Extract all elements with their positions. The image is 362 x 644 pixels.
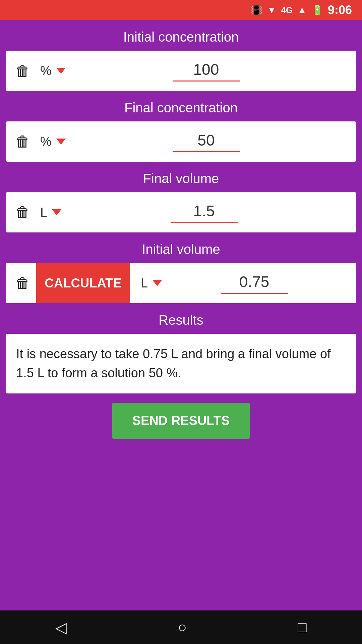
wifi-icon: ▼ [267,5,277,15]
delete-initial-concentration-icon[interactable]: 🗑 [15,62,30,79]
final-volume-input[interactable] [171,202,238,223]
initial-volume-value-container [162,273,347,294]
delete-final-volume-icon[interactable]: 🗑 [15,204,30,221]
vibrate-icon: 📳 [251,5,262,16]
results-text: It is necessary to take 0.75 L and bring… [16,347,331,380]
initial-volume-card: 🗑 CALCULATE L [6,263,356,303]
initial-volume-input[interactable] [221,273,288,294]
final-concentration-unit-selector[interactable]: % [40,135,66,149]
initial-concentration-label: Initial concentration [0,20,362,51]
delete-final-concentration-icon[interactable]: 🗑 [15,133,30,150]
home-nav-icon[interactable]: ○ [178,619,187,636]
clock: 9:06 [328,3,352,17]
results-card: It is necessary to take 0.75 L and bring… [6,334,356,393]
results-label: Results [0,303,362,334]
final-concentration-label: Final concentration [0,91,362,121]
initial-concentration-unit: % [40,64,52,78]
battery-icon: 🔋 [311,5,323,16]
final-volume-label: Final volume [0,162,362,192]
initial-volume-dropdown-arrow[interactable] [153,280,162,286]
initial-concentration-value-container [66,60,347,82]
back-nav-icon[interactable]: ◁ [55,619,67,636]
main-content: Initial concentration 🗑 % Final concentr… [0,20,362,610]
navigation-bar: ◁ ○ □ [0,610,362,644]
initial-concentration-card: 🗑 % [6,51,356,91]
final-concentration-input[interactable] [173,131,240,152]
send-results-button[interactable]: SEND RESULTS [112,403,250,439]
initial-volume-unit: L [141,276,148,290]
final-volume-unit: L [40,205,47,220]
signal-4g-icon: 4G [281,5,293,15]
final-concentration-dropdown-arrow[interactable] [56,139,66,145]
status-icons: 📳 ▼ 4G ▲ 🔋 9:06 [251,3,352,17]
initial-concentration-dropdown-arrow[interactable] [56,68,66,74]
final-concentration-unit: % [40,135,52,149]
signal-bars-icon: ▲ [297,5,307,15]
final-concentration-value-container [66,131,347,152]
final-volume-dropdown-arrow[interactable] [52,209,61,215]
status-bar: 📳 ▼ 4G ▲ 🔋 9:06 [0,0,362,20]
delete-initial-volume-icon[interactable]: 🗑 [15,275,30,291]
initial-concentration-unit-selector[interactable]: % [40,64,66,78]
final-volume-unit-selector[interactable]: L [40,205,61,220]
initial-concentration-input[interactable] [173,60,240,82]
recents-nav-icon[interactable]: □ [298,619,307,636]
initial-volume-unit-selector[interactable]: L [141,276,162,290]
final-volume-card: 🗑 L [6,192,356,232]
final-concentration-card: 🗑 % [6,121,356,162]
initial-volume-label: Initial volume [0,232,362,263]
calculate-button[interactable]: CALCULATE [36,263,130,303]
final-volume-value-container [61,202,347,223]
